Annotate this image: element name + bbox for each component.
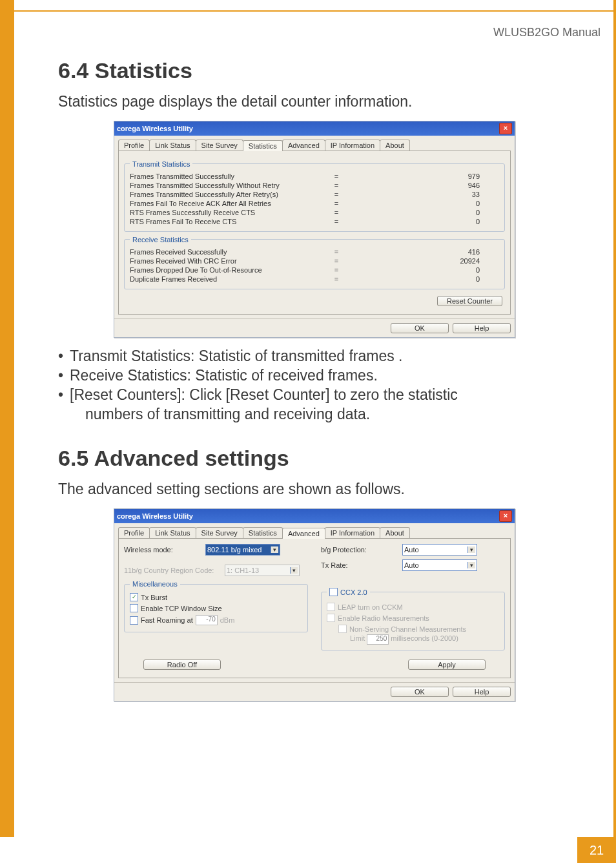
limit-unit: milliseconds (0-2000) — [391, 634, 458, 642]
ccx-legend: CCX 2.0 — [340, 588, 367, 596]
chevron-down-icon: ▾ — [290, 567, 298, 574]
fast-roaming-value[interactable]: -70 — [196, 615, 218, 625]
close-icon[interactable]: × — [499, 123, 512, 134]
tab-link-status[interactable]: Link Status — [149, 140, 196, 151]
stat-row: Frames Transmitted Successfully=979 — [130, 172, 499, 181]
stat-label: Frames Transmitted Successfully — [130, 172, 323, 180]
stat-row: Frames Fail To Receive ACK After All Ret… — [130, 199, 499, 208]
tx-rate-select[interactable]: Auto ▾ — [402, 559, 477, 571]
tab-site-survey[interactable]: Site Survey — [196, 140, 243, 151]
equals-icon: = — [323, 172, 349, 180]
equals-icon: = — [323, 257, 349, 265]
window-title-bar: corega Wireless Utility × — [114, 509, 515, 523]
leap-label: LEAP turn on CCKM — [338, 603, 403, 611]
window-title: corega Wireless Utility — [117, 512, 193, 520]
stat-label: RTS Frames Fail To Receive CTS — [130, 218, 323, 225]
stat-row: RTS Frames Successfully Receive CTS=0 — [130, 208, 499, 217]
equals-icon: = — [323, 275, 349, 283]
region-code-value: 1: CH1-13 — [227, 567, 259, 574]
limit-label: Limit — [350, 634, 365, 642]
receive-statistics-group: Receive Statistics Frames Received Succe… — [124, 236, 505, 289]
tcp-window-checkbox[interactable]: Enable TCP Window Size — [130, 604, 222, 612]
tab-link-status[interactable]: Link Status — [149, 527, 196, 538]
section-6-5-intro: The advanced setting sections are shown … — [58, 480, 571, 499]
bullet-transmit: Transmit Statistics: Statistic of transm… — [70, 347, 571, 366]
tab-ip-information[interactable]: IP Information — [325, 527, 380, 538]
stat-value: 0 — [349, 275, 499, 283]
close-icon[interactable]: × — [499, 510, 512, 522]
tab-profile[interactable]: Profile — [118, 140, 150, 151]
header-rule — [14, 10, 613, 12]
stat-value: 0 — [349, 266, 499, 274]
transmit-legend: Transmit Statistics — [130, 160, 192, 168]
ccx-enable-checkbox[interactable]: CCX 2.0 — [329, 588, 367, 596]
stat-label: Frames Received Successfully — [130, 248, 323, 256]
stat-value: 0 — [349, 200, 499, 207]
miscellaneous-legend: Miscellaneous — [130, 580, 180, 588]
tx-rate-label: Tx Rate: — [321, 561, 398, 569]
page-number: 21 — [577, 837, 616, 863]
tab-about[interactable]: About — [380, 527, 410, 538]
advanced-left-column: Wireless mode: 802.11 b/g mixed ▾ 11b/g … — [124, 544, 308, 654]
chevron-down-icon: ▾ — [467, 546, 475, 553]
reset-counter-button[interactable]: Reset Counter — [437, 296, 502, 306]
section-6-4-intro: Statistics page displays the detail coun… — [58, 92, 571, 112]
document-header: WLUSB2GO Manual — [493, 26, 601, 39]
tcp-window-label: Enable TCP Window Size — [141, 605, 222, 612]
tab-about[interactable]: About — [380, 140, 410, 151]
advanced-right-column: b/g Protection: Auto ▾ Tx Rate: Auto ▾ — [321, 544, 505, 654]
tab-statistics[interactable]: Statistics — [243, 527, 283, 538]
ok-button[interactable]: OK — [391, 687, 449, 697]
fast-roaming-unit: dBm — [220, 616, 235, 624]
limit-row: Limit 250 milliseconds (0-2000) — [350, 634, 499, 645]
stat-label: Frames Transmitted Successfully After Re… — [130, 191, 323, 198]
fast-roaming-checkbox[interactable]: Fast Roaming at -70 dBm — [130, 615, 234, 625]
stat-row: Frames Dropped Due To Out-of-Resource=0 — [130, 265, 499, 275]
equals-icon: = — [323, 218, 349, 225]
ok-button[interactable]: OK — [391, 323, 449, 333]
section-6-5-heading: 6.5 Advanced settings — [58, 446, 571, 471]
radio-measurements-checkbox: Enable Radio Measurements — [327, 614, 429, 622]
tab-site-survey[interactable]: Site Survey — [196, 527, 243, 538]
advanced-footer-row: Radio Off Apply — [124, 654, 505, 672]
radio-off-button[interactable]: Radio Off — [143, 660, 221, 670]
content-area: 6.4 Statistics Statistics page displays … — [58, 52, 571, 702]
radio-measurements-label: Enable Radio Measurements — [338, 614, 429, 622]
window-title: corega Wireless Utility — [117, 125, 193, 132]
tab-advanced[interactable]: Advanced — [282, 140, 325, 151]
equals-icon: = — [323, 191, 349, 198]
tab-advanced[interactable]: Advanced — [282, 528, 325, 539]
help-button[interactable]: Help — [453, 687, 511, 697]
transmit-statistics-group: Transmit Statistics Frames Transmitted S… — [124, 160, 505, 232]
bg-protection-select[interactable]: Auto ▾ — [402, 544, 477, 556]
apply-button[interactable]: Apply — [408, 660, 486, 670]
receive-legend: Receive Statistics — [130, 236, 191, 244]
stat-row: Duplicate Frames Received=0 — [130, 275, 499, 284]
tab-profile[interactable]: Profile — [118, 527, 150, 538]
tab-body: Transmit Statistics Frames Transmitted S… — [118, 151, 511, 315]
equals-icon: = — [323, 200, 349, 207]
tab-body: Wireless mode: 802.11 b/g mixed ▾ 11b/g … — [118, 538, 511, 678]
tx-burst-label: Tx Burst — [141, 594, 167, 601]
stat-label: RTS Frames Successfully Receive CTS — [130, 209, 323, 216]
section-6-4-bullets: •Transmit Statistics: Statistic of trans… — [58, 347, 571, 424]
wireless-mode-select[interactable]: 802.11 b/g mixed ▾ — [205, 544, 280, 556]
tx-rate-value: Auto — [404, 561, 419, 569]
equals-icon: = — [323, 266, 349, 274]
page: WLUSB2GO Manual 6.4 Statistics Statistic… — [0, 0, 616, 863]
stat-value: 0 — [349, 218, 499, 225]
tab-statistics[interactable]: Statistics — [243, 140, 283, 151]
stat-value: 946 — [349, 182, 499, 189]
tab-ip-information[interactable]: IP Information — [325, 140, 380, 151]
help-button[interactable]: Help — [453, 323, 511, 333]
window-footer: OK Help — [114, 318, 515, 337]
region-code-label: 11b/g Country Region Code: — [124, 567, 221, 574]
chevron-down-icon: ▾ — [271, 546, 278, 553]
statistics-window: corega Wireless Utility × Profile Link S… — [114, 121, 515, 338]
fast-roaming-label: Fast Roaming at — [141, 616, 193, 624]
chevron-down-icon: ▾ — [467, 562, 475, 568]
tab-row: Profile Link Status Site Survey Statisti… — [114, 523, 515, 538]
tx-burst-checkbox[interactable]: ✓Tx Burst — [130, 593, 167, 601]
miscellaneous-group: Miscellaneous ✓Tx Burst Enable TCP Windo… — [124, 580, 308, 632]
reset-row: Reset Counter — [124, 293, 505, 309]
